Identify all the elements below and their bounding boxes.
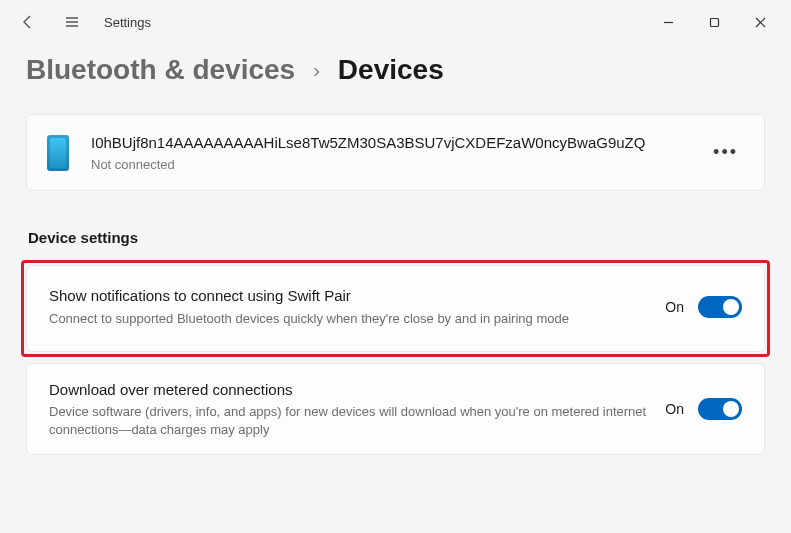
more-horizontal-icon: ••• [713, 142, 738, 162]
device-more-button[interactable]: ••• [707, 138, 744, 167]
device-info: I0hBUjf8n14AAAAAAAAAHiLse8Tw5ZM30SA3BSU7… [91, 133, 685, 172]
setting-swift-pair-state: On [665, 299, 684, 315]
svg-rect-0 [710, 18, 718, 26]
setting-swift-pair-text: Show notifications to connect using Swif… [49, 286, 665, 327]
minimize-icon [663, 17, 674, 28]
window-controls [645, 6, 783, 38]
back-button[interactable] [8, 2, 48, 42]
breadcrumb-parent[interactable]: Bluetooth & devices [26, 54, 295, 86]
setting-swift-pair-title: Show notifications to connect using Swif… [49, 286, 647, 306]
breadcrumb: Bluetooth & devices › Devices [26, 54, 765, 86]
back-arrow-icon [20, 14, 36, 30]
setting-metered: Download over metered connections Device… [26, 363, 765, 455]
setting-metered-desc: Device software (drivers, info, and apps… [49, 403, 647, 438]
highlight-annotation: Show notifications to connect using Swif… [21, 260, 770, 357]
maximize-icon [709, 17, 720, 28]
close-button[interactable] [737, 6, 783, 38]
setting-metered-text: Download over metered connections Device… [49, 380, 665, 438]
title-bar: Settings [0, 0, 791, 44]
maximize-button[interactable] [691, 6, 737, 38]
hamburger-icon [64, 14, 80, 30]
page-content: Bluetooth & devices › Devices I0hBUjf8n1… [0, 44, 791, 471]
setting-swift-pair: Show notifications to connect using Swif… [26, 265, 765, 352]
phone-icon [47, 135, 69, 171]
app-title: Settings [104, 15, 151, 30]
device-card[interactable]: I0hBUjf8n14AAAAAAAAAHiLse8Tw5ZM30SA3BSU7… [26, 114, 765, 191]
setting-metered-title: Download over metered connections [49, 380, 647, 400]
nav-menu-button[interactable] [52, 2, 92, 42]
setting-metered-toggle[interactable] [698, 398, 742, 420]
device-name: I0hBUjf8n14AAAAAAAAAHiLse8Tw5ZM30SA3BSU7… [91, 133, 685, 153]
setting-swift-pair-toggle[interactable] [698, 296, 742, 318]
setting-swift-pair-desc: Connect to supported Bluetooth devices q… [49, 310, 647, 328]
minimize-button[interactable] [645, 6, 691, 38]
breadcrumb-current: Devices [338, 54, 444, 86]
setting-swift-pair-toggle-group: On [665, 296, 742, 318]
section-header-device-settings: Device settings [28, 229, 765, 246]
title-bar-left: Settings [8, 2, 151, 42]
breadcrumb-separator-icon: › [313, 59, 320, 82]
close-icon [755, 17, 766, 28]
device-status: Not connected [91, 157, 685, 172]
setting-metered-toggle-group: On [665, 398, 742, 420]
setting-metered-state: On [665, 401, 684, 417]
